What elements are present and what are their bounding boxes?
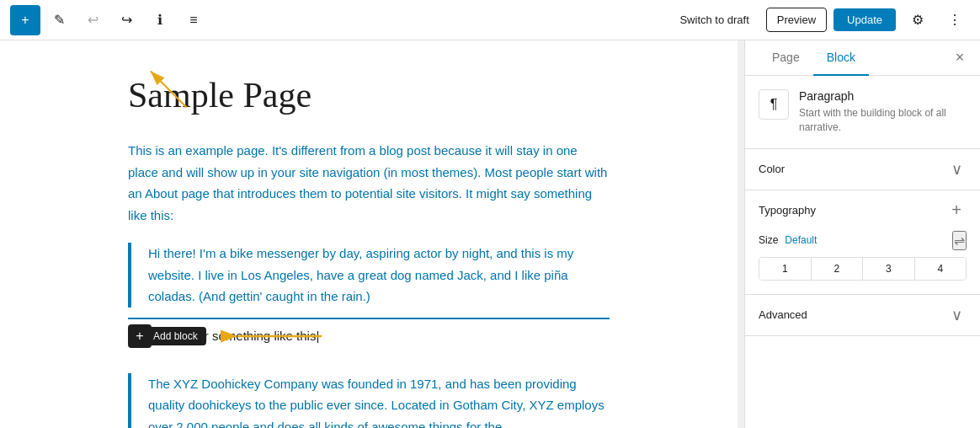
block-info: ¶ Paragraph Start with the building bloc… — [745, 76, 980, 149]
color-section: Color ∨ — [745, 149, 980, 190]
add-block-toolbar-button[interactable]: + — [10, 5, 40, 35]
size-btn-1[interactable]: 1 — [759, 258, 812, 280]
blockquote-1-text: Hi there! I'm a bike messenger by day, a… — [148, 243, 610, 308]
advanced-section-toggle[interactable]: ∨ — [946, 305, 967, 325]
redo-button[interactable]: ↪ — [111, 5, 141, 35]
size-btn-3[interactable]: 3 — [863, 258, 915, 280]
svg-line-1 — [151, 72, 187, 108]
tab-block[interactable]: Block — [813, 40, 869, 76]
page-title: Sample Page — [128, 74, 610, 116]
size-btn-4[interactable]: 4 — [915, 258, 967, 280]
blockquote-1[interactable]: Hi there! I'm a bike messenger by day, a… — [128, 243, 610, 308]
close-sidebar-button[interactable]: × — [946, 45, 973, 72]
editor-content: Sample Page This is an example page. It'… — [108, 40, 630, 428]
size-btn-2[interactable]: 2 — [812, 258, 864, 280]
advanced-section: Advanced ∨ — [745, 295, 980, 336]
more-options-button[interactable]: ⋮ — [940, 5, 970, 35]
toolbar-left: + ✎ ↩ ↪ ℹ ≡ — [10, 5, 666, 35]
toolbar: + ✎ ↩ ↪ ℹ ≡ Switch to draft Preview Upda… — [0, 0, 980, 40]
block-info-text: Paragraph Start with the building block … — [799, 89, 967, 135]
add-block-tooltip: Add block — [145, 327, 206, 345]
arrow-right-icon — [229, 324, 330, 349]
size-default-label: Default — [785, 234, 945, 246]
scrollbar-track[interactable] — [738, 40, 744, 428]
size-controls-icon[interactable]: ⇌ — [952, 231, 967, 250]
block-title: Paragraph — [799, 89, 967, 103]
list-view-button[interactable]: ≡ — [178, 5, 209, 35]
switch-draft-button[interactable]: Switch to draft — [669, 8, 759, 31]
edit-button[interactable]: ✎ — [44, 5, 74, 35]
add-block-row: + Add block ...or something like this| — [128, 319, 610, 353]
typography-section: Typography + Size Default ⇌ 1 2 3 4 — [745, 190, 980, 295]
color-section-toggle[interactable]: ∨ — [946, 159, 967, 179]
typography-section-add[interactable]: + — [946, 201, 967, 221]
sidebar-tabs: Page Block × — [745, 40, 980, 76]
undo-button[interactable]: ↩ — [77, 5, 108, 35]
sidebar: Page Block × ¶ Paragraph Start with the … — [744, 40, 980, 428]
typography-content: Size Default ⇌ 1 2 3 4 — [745, 231, 980, 294]
size-buttons: 1 2 3 4 — [759, 257, 967, 281]
arrow-top-left-icon — [131, 64, 199, 115]
advanced-section-header[interactable]: Advanced ∨ — [745, 295, 980, 335]
block-description: Start with the building block of all nar… — [799, 106, 967, 135]
paragraph-icon: ¶ — [759, 89, 789, 120]
typography-section-title: Typography — [759, 204, 816, 217]
advanced-section-title: Advanced — [759, 308, 807, 321]
settings-button[interactable]: ⚙ — [903, 5, 933, 35]
intro-paragraph[interactable]: This is an example page. It's different … — [128, 140, 610, 226]
update-button[interactable]: Update — [834, 8, 896, 31]
main-area: Sample Page This is an example page. It'… — [0, 40, 980, 428]
blockquote-2[interactable]: The XYZ Doohickey Company was founded in… — [128, 373, 610, 428]
color-section-title: Color — [759, 163, 785, 175]
size-label: Size — [759, 234, 778, 246]
typography-section-header[interactable]: Typography + — [745, 190, 980, 231]
color-section-header[interactable]: Color ∨ — [745, 149, 980, 190]
blockquote-2-text: The XYZ Doohickey Company was founded in… — [148, 373, 610, 428]
preview-button[interactable]: Preview — [766, 8, 827, 32]
size-row: Size Default ⇌ — [759, 231, 967, 250]
toolbar-right: Switch to draft Preview Update ⚙ ⋮ — [669, 5, 970, 35]
tab-page[interactable]: Page — [759, 40, 813, 76]
info-button[interactable]: ℹ — [145, 5, 175, 35]
editor-area[interactable]: Sample Page This is an example page. It'… — [0, 40, 738, 428]
